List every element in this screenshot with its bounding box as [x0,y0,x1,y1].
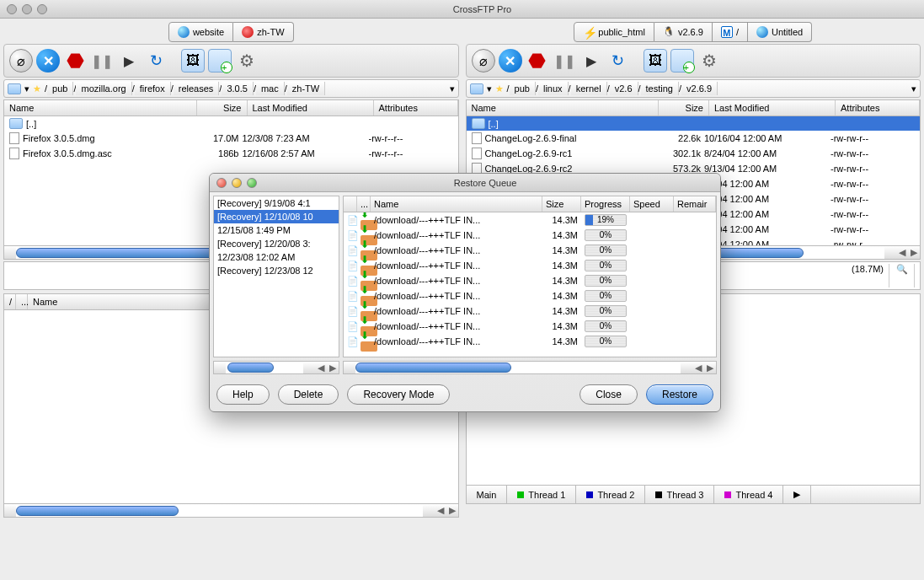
file-row[interactable]: [..] [467,116,921,131]
col-speed[interactable]: Speed [630,196,674,212]
col-modified[interactable]: Last Modified [248,100,374,115]
col-name[interactable]: Name [371,196,542,212]
path-segment[interactable]: mozilla.org [76,82,131,95]
session-item[interactable]: [Recovery] 9/19/08 4:1 [214,196,339,210]
col-size[interactable]: Size [542,196,581,212]
pause-icon[interactable]: ❚❚ [553,49,576,72]
disconnect-icon[interactable]: ⌀ [472,49,495,72]
queue-row[interactable]: 📄⬇ /download/---+++TLF IN...14.3M0% [344,319,716,334]
zoom-icon[interactable] [247,178,257,188]
restore-button[interactable]: Restore [646,384,713,405]
chevron-down-icon[interactable]: ▾ [24,83,29,94]
close-button[interactable]: Close [580,384,638,405]
view-icon[interactable]: 🖼 [181,49,205,72]
hscrollbar[interactable]: ◀▶ [343,361,717,374]
pause-icon[interactable]: ❚❚ [90,49,114,72]
path-segment[interactable]: v2.6.9 [681,82,718,95]
stop-icon[interactable]: ⬣ [63,49,87,72]
file-row[interactable]: Firefox 3.0.5.dmg17.0M12/3/08 7:23 AM-rw… [4,131,458,146]
favorite-icon[interactable]: ★ [33,83,41,94]
queue-row[interactable]: 📄⬇ /download/---+++TLF IN...14.3M0% [344,258,716,273]
settings-icon[interactable]: ⚙ [697,49,721,72]
file-row[interactable]: ChangeLog-2.6.9-final22.6k10/16/04 12:00… [467,131,921,146]
file-row[interactable]: Firefox 3.0.5.dmg.asc186b12/16/08 2:57 A… [4,146,458,161]
thread-tab[interactable]: Thread 2 [576,486,645,503]
session-item[interactable]: [Recovery] 12/20/08 3: [214,237,339,250]
session-item[interactable]: 12/15/08 1:49 PM [214,223,339,237]
site-tab[interactable]: Untitled [748,22,812,42]
thread-tab[interactable]: Thread 1 [507,486,576,503]
queue-row[interactable]: 📄⬇ /download/---+++TLF IN...14.3M0% [344,273,716,288]
path-segment[interactable]: kernel [571,82,607,95]
path-segment[interactable]: mac [256,82,285,95]
session-item[interactable]: [Recovery] 12/10/08 10 [214,210,339,223]
path-segment[interactable]: v2.6 [610,82,638,95]
path-segments[interactable]: /pub/linux/kernel/v2.6/testing/v2.6.9 [507,83,718,94]
minimize-icon[interactable] [22,4,32,14]
settings-icon[interactable]: ⚙ [235,49,259,72]
disconnect-icon[interactable]: ⌀ [9,49,33,72]
col-size[interactable]: Size [197,100,248,115]
file-row[interactable]: [..] [4,116,458,131]
path-segment[interactable]: releases [174,82,220,95]
site-tab[interactable]: zh-TW [233,22,293,42]
right-path-bar[interactable]: ▾ ★ /pub/linux/kernel/v2.6/testing/v2.6.… [466,79,921,98]
stop-icon[interactable]: ⬣ [526,49,549,72]
col-state[interactable]: ... [357,196,371,212]
col-modified[interactable]: Last Modified [709,100,836,115]
session-item[interactable]: 12/23/08 12:02 AM [214,250,339,264]
more-threads-icon[interactable]: ▶ [783,486,811,503]
path-segment[interactable]: zh-TW [287,82,325,95]
queue-row[interactable]: 📄⬇ /download/---+++TLF IN...14.3M0% [344,334,716,349]
new-folder-icon[interactable] [208,49,232,72]
path-segment[interactable]: pub [47,82,73,95]
close-icon[interactable] [216,178,227,188]
zoom-icon[interactable] [37,4,47,14]
col-size[interactable]: Size [659,100,709,115]
session-item[interactable]: [Recovery] 12/23/08 12 [214,264,339,277]
new-folder-icon[interactable] [670,49,694,72]
play-icon[interactable]: ▶ [580,49,603,72]
recovery-mode-button[interactable]: Recovery Mode [347,384,450,405]
site-tab[interactable]: website [168,22,233,42]
col-icon[interactable] [344,196,357,212]
help-button[interactable]: Help [216,384,270,405]
site-tab[interactable]: 🐧v2.6.9 [654,22,713,42]
thread-tab[interactable]: Thread 4 [714,486,783,503]
queue-row[interactable]: 📄⬇ /download/---+++TLF IN...14.3M0% [344,243,716,258]
queue-row[interactable]: 📄⬇ /download/---+++TLF IN...14.3M0% [344,288,716,303]
col-progress[interactable]: Progress [581,196,630,212]
favorite-icon[interactable]: ★ [495,83,504,94]
file-row[interactable]: ChangeLog-2.6.9-rc1302.1k8/24/04 12:00 A… [467,146,921,161]
view-icon[interactable]: 🖼 [644,49,667,72]
close-icon[interactable] [7,4,17,14]
path-segments[interactable]: /pub/mozilla.org/firefox/releases/3.0.5/… [45,83,325,94]
path-segment[interactable]: testing [641,82,679,95]
queue-table[interactable]: ... Name Size Progress Speed Remair 📄⬇ /… [343,196,717,357]
col-attributes[interactable]: Attributes [374,100,458,115]
col-attributes[interactable]: Attributes [836,100,920,115]
hscrollbar[interactable]: ◀▶ [213,361,339,374]
col-status[interactable]: ... [16,294,28,309]
col-name[interactable]: Name [467,100,660,115]
thread-tab[interactable]: Main [467,486,508,503]
refresh-icon[interactable]: ↻ [144,49,168,72]
path-segment[interactable]: firefox [135,82,171,95]
chevron-down-icon[interactable]: ▾ [450,83,455,94]
abort-icon[interactable]: ✕ [499,49,522,72]
minimize-icon[interactable] [232,178,242,188]
col-name[interactable]: Name [4,100,197,115]
left-path-bar[interactable]: ▾ ★ /pub/mozilla.org/firefox/releases/3.… [3,79,459,98]
site-tab[interactable]: ⚡public_html [574,22,654,42]
session-list[interactable]: [Recovery] 9/19/08 4:1[Recovery] 12/10/0… [213,196,339,357]
hscrollbar[interactable]: ◀▶ [3,504,459,518]
abort-icon[interactable]: ✕ [36,49,60,72]
thread-tab[interactable]: Thread 3 [645,486,714,503]
path-segment[interactable]: 3.0.5 [222,82,253,95]
chevron-down-icon[interactable]: ▾ [487,83,492,94]
site-tab[interactable]: M/ [713,22,748,42]
col-remaining[interactable]: Remair [674,196,716,212]
col-index[interactable]: / [4,294,16,309]
path-segment[interactable]: pub [510,82,536,95]
queue-row[interactable]: 📄⬇ /download/---+++TLF IN...14.3M0% [344,228,716,243]
